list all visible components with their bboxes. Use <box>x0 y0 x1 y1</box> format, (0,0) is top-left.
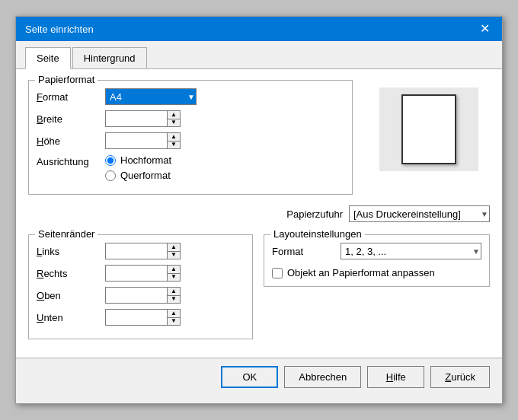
layouteinstellungen-section: Layouteinstellungen Format 1, 2, 3, ... … <box>264 234 490 347</box>
seitenraender-section: Seitenränder Links 15,00 mm ▲ ▼ <box>28 234 253 347</box>
format-select[interactable]: A4 A3 A5 Letter Legal <box>105 88 197 105</box>
papierformat-label: Papierformat <box>35 74 98 85</box>
hoehe-spin-down[interactable]: ▼ <box>168 141 180 149</box>
querformat-row: Querformat <box>105 170 171 181</box>
hochformat-label[interactable]: Hochformat <box>120 154 171 166</box>
breite-label: Breite <box>37 113 105 125</box>
objekt-label[interactable]: Objekt an Papierformat anpassen <box>287 267 435 278</box>
unten-spinner: 10,00 mm ▲ ▼ <box>105 309 181 326</box>
ausrichtung-radio-group: Hochformat Querformat <box>105 154 171 181</box>
papierzufuhr-select[interactable]: [Aus Druckereinstellung] Manuell Schacht… <box>349 205 490 222</box>
rechts-spinner: 10,00 mm ▲ ▼ <box>105 265 181 282</box>
ausrichtung-label: Ausrichtung <box>37 154 105 167</box>
dialog: Seite einrichten ✕ Seite Hintergrund Pap… <box>15 16 503 404</box>
breite-spin-up[interactable]: ▲ <box>168 111 180 119</box>
paper-preview-container <box>368 80 490 202</box>
links-spin-down[interactable]: ▼ <box>168 251 180 259</box>
seitenraender-content: Links 15,00 mm ▲ ▼ Rechts <box>37 235 245 326</box>
links-spinner: 15,00 mm ▲ ▼ <box>105 243 181 259</box>
footer: OK Abbrechen Hilfe Zurück <box>16 358 502 396</box>
paper-sheet <box>401 94 456 164</box>
links-label: Links <box>37 246 105 257</box>
papierformat-content: Format A4 A3 A5 Letter Legal ▼ <box>37 81 344 181</box>
tab-hintergrund[interactable]: Hintergrund <box>72 47 147 68</box>
unten-label: Unten <box>37 312 105 323</box>
hoehe-spinner: 297,00 mm ▲ ▼ <box>105 132 181 149</box>
links-row: Links 15,00 mm ▲ ▼ <box>37 243 245 259</box>
oben-row: Oben 10,00 mm ▲ ▼ <box>37 287 245 304</box>
papierzufuhr-label: Papierzufuhr <box>286 208 343 220</box>
zurueck-button[interactable]: Zurück <box>430 366 490 388</box>
rechts-label: Rechts <box>37 268 105 279</box>
rechts-spin-buttons: ▲ ▼ <box>167 266 180 281</box>
breite-spinner: 210,00 mm ▲ ▼ <box>105 110 181 127</box>
hochformat-row: Hochformat <box>105 154 171 166</box>
rechts-spin-up[interactable]: ▲ <box>168 266 180 273</box>
hilfe-button[interactable]: Hilfe <box>367 366 424 388</box>
layouteinstellungen-label: Layouteinstellungen <box>270 228 365 240</box>
seitenraender-group: Seitenränder Links 15,00 mm ▲ ▼ <box>28 234 253 339</box>
rechts-row: Rechts 10,00 mm ▲ ▼ <box>37 265 245 282</box>
abbrechen-button[interactable]: Abbrechen <box>284 366 361 388</box>
breite-spin-down[interactable]: ▼ <box>168 119 180 127</box>
breite-spin-buttons: ▲ ▼ <box>167 111 180 126</box>
layout-format-row: Format 1, 2, 3, ... A, B, C, ... i, ii, … <box>272 243 481 259</box>
hochformat-radio[interactable] <box>105 155 116 166</box>
papierformat-left: Papierformat Format A4 A3 A5 Letter <box>28 80 353 202</box>
papierzufuhr-section: Papierzufuhr [Aus Druckereinstellung] Ma… <box>28 205 490 222</box>
tab-content: Papierformat Format A4 A3 A5 Letter <box>16 69 502 358</box>
ausrichtung-row: Ausrichtung Hochformat Querformat <box>37 154 344 181</box>
unten-spin-down[interactable]: ▼ <box>168 317 180 326</box>
hoehe-label: Höhe <box>37 135 105 147</box>
layouteinstellungen-group: Layouteinstellungen Format 1, 2, 3, ... … <box>264 234 490 287</box>
paper-preview <box>379 88 478 171</box>
ok-button[interactable]: OK <box>221 366 278 388</box>
unten-spin-up[interactable]: ▲ <box>168 310 180 317</box>
breite-input[interactable]: 210,00 mm <box>106 111 167 126</box>
links-spin-buttons: ▲ ▼ <box>167 243 180 259</box>
close-icon[interactable]: ✕ <box>477 23 493 35</box>
objekt-row: Objekt an Papierformat anpassen <box>272 267 481 278</box>
seitenraender-label: Seitenränder <box>35 228 98 240</box>
hoehe-spin-buttons: ▲ ▼ <box>167 133 180 148</box>
oben-label: Oben <box>37 290 105 301</box>
hoehe-spin-up[interactable]: ▲ <box>168 133 180 141</box>
rechts-spin-down[interactable]: ▼ <box>168 273 180 282</box>
papierformat-group: Papierformat Format A4 A3 A5 Letter <box>28 80 353 195</box>
objekt-checkbox[interactable] <box>272 268 283 278</box>
bottom-section: Seitenränder Links 15,00 mm ▲ ▼ <box>28 234 490 347</box>
tab-seite[interactable]: Seite <box>25 47 71 69</box>
links-input[interactable]: 15,00 mm <box>106 243 167 259</box>
querformat-radio[interactable] <box>105 170 116 181</box>
format-row: Format A4 A3 A5 Letter Legal ▼ <box>37 88 344 105</box>
links-spin-up[interactable]: ▲ <box>168 243 180 251</box>
format-label: Format <box>37 91 105 103</box>
layout-format-select-wrapper: 1, 2, 3, ... A, B, C, ... i, ii, iii, ..… <box>341 243 481 259</box>
papierzufuhr-select-wrapper: [Aus Druckereinstellung] Manuell Schacht… <box>349 205 490 222</box>
rechts-input[interactable]: 10,00 mm <box>106 266 167 281</box>
top-section: Papierformat Format A4 A3 A5 Letter <box>28 80 490 202</box>
layouteinstellungen-content: Format 1, 2, 3, ... A, B, C, ... i, ii, … <box>272 235 481 278</box>
hoehe-row: Höhe 297,00 mm ▲ ▼ <box>37 132 344 149</box>
oben-input[interactable]: 10,00 mm <box>106 288 167 303</box>
oben-spinner: 10,00 mm ▲ ▼ <box>105 287 181 304</box>
title-bar: Seite einrichten ✕ <box>16 17 502 41</box>
oben-spin-up[interactable]: ▲ <box>168 288 180 295</box>
unten-spin-buttons: ▲ ▼ <box>167 310 180 325</box>
breite-row: Breite 210,00 mm ▲ ▼ <box>37 110 344 127</box>
layout-format-label: Format <box>272 246 341 257</box>
oben-spin-buttons: ▲ ▼ <box>167 288 180 303</box>
unten-row: Unten 10,00 mm ▲ ▼ <box>37 309 245 326</box>
unten-input[interactable]: 10,00 mm <box>106 310 167 325</box>
dialog-title: Seite einrichten <box>25 24 94 35</box>
layout-format-select[interactable]: 1, 2, 3, ... A, B, C, ... i, ii, iii, ..… <box>341 243 481 259</box>
tabs-container: Seite Hintergrund <box>16 41 502 69</box>
hoehe-input[interactable]: 297,00 mm <box>106 133 167 148</box>
oben-spin-down[interactable]: ▼ <box>168 295 180 304</box>
format-select-wrapper: A4 A3 A5 Letter Legal ▼ <box>105 88 197 105</box>
querformat-label[interactable]: Querformat <box>120 170 171 181</box>
